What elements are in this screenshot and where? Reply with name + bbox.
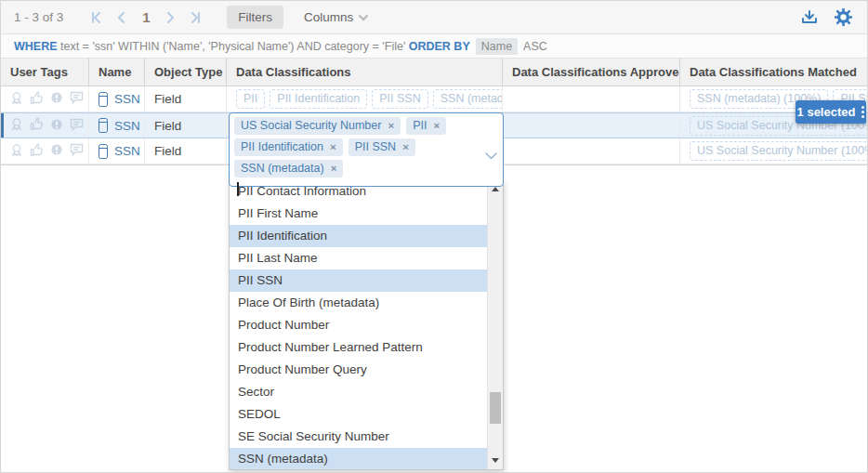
table-row[interactable]: SSN Field PII PII Identification PII SSN… [1,86,868,112]
col-header-user-tags[interactable]: User Tags [1,59,89,85]
col-header-name[interactable]: Name [89,59,145,85]
classification-chip[interactable]: PII SSN [372,89,427,109]
filters-button[interactable]: Filters [227,6,283,29]
next-page-icon[interactable] [158,7,182,28]
order-direction: ASC [523,40,547,53]
query-condition: text = 'ssn' WITHIN ('Name', 'Physical N… [58,40,409,53]
where-keyword: WHERE [14,40,58,53]
selected-tag-label: PII Identification [241,140,323,154]
dropdown-item[interactable]: SEDOL [230,403,487,426]
download-icon[interactable] [801,9,818,25]
dropdown-item[interactable]: PII SSN [230,269,487,292]
last-page-icon[interactable] [182,7,206,28]
chevron-down-icon [359,10,368,24]
classification-dropdown: PII Contact Information PII First Name P… [229,179,504,470]
dropdown-item[interactable]: SE Social Security Number [230,426,487,448]
data-classifications-approved-cell[interactable] [503,86,680,112]
dropdown-item[interactable]: PII First Name [230,203,487,225]
toolbar: 1 - 3 of 3 1 Filters Columns [1,1,867,34]
thumbs-up-icon[interactable] [30,91,44,108]
dropdown-items: PII Contact Information PII First Name P… [230,180,487,469]
classification-chip[interactable]: SSN (metadata) [433,89,503,109]
prev-page-icon[interactable] [110,7,134,28]
tag-input[interactable] [234,181,482,196]
user-tag-icons [10,117,84,134]
field-type-icon [99,92,108,107]
selection-badge[interactable]: 1 selected [796,100,866,124]
user-tag-icons [10,91,84,108]
matched-chip[interactable]: US Social Security Number (100%) [690,141,868,161]
table-header-row: User Tags Name Object Type Data Classifi… [1,59,868,86]
selected-tag: PII SSN × [349,138,415,156]
comment-icon[interactable] [70,91,84,107]
dropdown-scrollbar[interactable] [487,180,503,469]
object-type-cell: Field [145,113,227,138]
query-bar: WHERE text = 'ssn' WITHIN ('Name', 'Phys… [1,34,867,59]
medal-icon[interactable] [10,91,23,108]
selected-tag-label: PII [413,119,427,133]
col-header-object-type[interactable]: Object Type [145,59,227,85]
field-type-icon [99,144,108,159]
name-cell: SSN [89,86,145,112]
data-classifications-approved-cell[interactable] [503,113,680,138]
dropdown-item[interactable]: PII Identification [230,225,487,247]
col-header-data-classifications[interactable]: Data Classifications [227,59,503,85]
chevron-down-icon[interactable] [485,147,497,164]
remove-tag-icon[interactable]: × [330,140,336,154]
user-tags-cell [1,113,89,138]
order-by-keyword: ORDER BY [409,40,470,53]
dropdown-item[interactable]: Product Number [230,314,487,336]
asset-name-link[interactable]: SSN [114,119,140,133]
medal-icon[interactable] [10,143,23,160]
selection-badge-label: 1 selected [797,105,856,119]
remove-tag-icon[interactable]: × [388,119,394,133]
data-classifications-cell[interactable]: PII PII Identification PII SSN SSN (meta… [227,86,503,112]
name-cell: SSN [89,138,145,164]
col-header-data-classifications-matched[interactable]: Data Classifications Matched [680,59,868,85]
comment-icon[interactable] [70,118,84,134]
dropdown-item[interactable]: Sector [230,381,487,403]
selected-tag: PII Identification × [234,138,343,156]
columns-button[interactable]: Columns [296,6,375,29]
remove-tag-icon[interactable]: × [331,162,337,176]
comment-icon[interactable] [70,143,84,159]
field-type-icon [99,118,108,133]
dropdown-item[interactable]: Product Number Learned Pattern [230,336,487,359]
toolbar-right [801,8,867,26]
thumbs-up-icon[interactable] [30,143,44,160]
data-classifications-matched-cell[interactable]: US Social Security Number (100%) [680,138,868,164]
alert-circle-icon[interactable] [50,118,63,134]
scroll-down-icon[interactable] [488,453,503,467]
columns-button-label: Columns [304,10,353,24]
order-field-chip[interactable]: Name [476,38,518,55]
medal-icon[interactable] [10,117,23,134]
remove-tag-icon[interactable]: × [402,140,409,154]
selected-tag: US Social Security Number × [234,117,401,135]
dropdown-item[interactable]: PII Last Name [230,247,487,269]
dropdown-item[interactable]: SSN (metadata) [230,448,487,469]
dropdown-item[interactable]: Product Number Query [230,359,487,381]
name-cell: SSN [89,113,145,138]
pagination-range: 1 - 3 of 3 [14,10,63,24]
asset-name-link[interactable]: SSN [114,144,140,158]
col-header-data-classifications-approved[interactable]: Data Classifications Approved [503,59,680,85]
alert-circle-icon[interactable] [50,91,63,107]
thumbs-up-icon[interactable] [30,117,44,134]
classification-tag-editor[interactable]: US Social Security Number × PII × PII Id… [229,112,504,187]
classification-chip[interactable]: PII Identification [270,89,367,109]
data-classifications-approved-cell[interactable] [503,138,680,164]
kebab-menu-icon[interactable] [861,106,864,118]
scrollbar-thumb[interactable] [490,392,501,424]
asset-name-link[interactable]: SSN [114,92,140,106]
alert-circle-icon[interactable] [50,143,63,159]
page-number: 1 [134,9,158,25]
classification-chip[interactable]: PII [236,89,265,109]
selected-tag-label: SSN (metadata) [241,162,324,176]
remove-tag-icon[interactable]: × [433,119,440,133]
gear-icon[interactable] [835,8,852,26]
first-page-icon[interactable] [85,7,110,28]
dropdown-item[interactable]: Place Of Birth (metadata) [230,292,487,314]
user-tags-cell [1,86,89,112]
selected-tag: SSN (metadata) × [234,160,343,177]
pager: 1 [85,7,206,28]
